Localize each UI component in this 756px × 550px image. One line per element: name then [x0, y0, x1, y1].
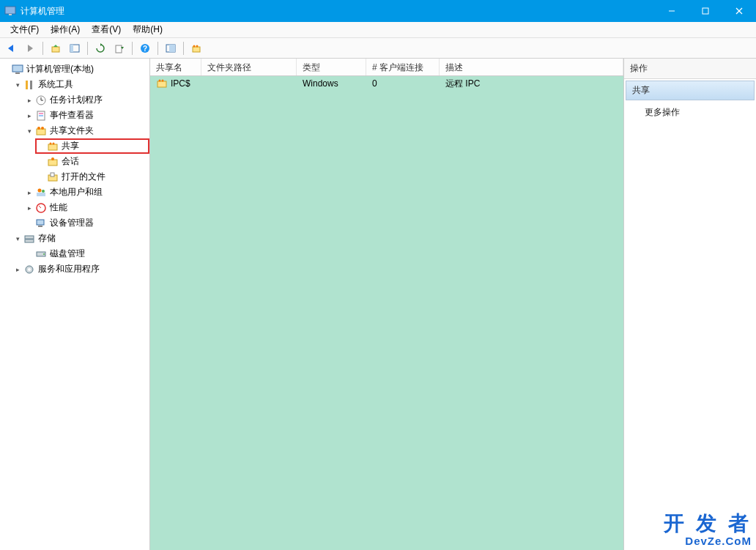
col-description[interactable]: 描述 — [440, 59, 623, 75]
computer-icon — [12, 64, 23, 75]
svg-point-39 — [51, 157, 54, 160]
expand-icon: ▸ — [25, 189, 34, 196]
tree-shares[interactable]: 共享 — [35, 138, 149, 154]
actions-section-header[interactable]: 共享 — [626, 81, 755, 100]
svg-rect-11 — [70, 45, 73, 52]
maximize-button[interactable] — [689, 0, 722, 22]
svg-rect-47 — [37, 220, 44, 225]
svg-rect-55 — [158, 81, 166, 87]
tree-disk-management[interactable]: 磁盘管理 — [23, 246, 149, 261]
tree-label: 共享 — [62, 140, 79, 152]
svg-rect-24 — [26, 81, 28, 89]
tree-storage[interactable]: ▾存储 — [12, 231, 149, 246]
tree-event-viewer[interactable]: ▸事件查看器 — [23, 108, 149, 123]
shared-folder-icon — [35, 125, 47, 137]
col-folder-path[interactable]: 文件夹路径 — [201, 59, 297, 75]
help-button[interactable]: ? — [137, 40, 153, 56]
refresh-button[interactable] — [92, 40, 108, 56]
storage-icon — [23, 233, 35, 245]
svg-rect-50 — [25, 239, 34, 242]
menu-file[interactable]: 文件(F) — [4, 22, 45, 37]
disk-icon — [35, 248, 47, 260]
expand-icon: ▸ — [25, 112, 34, 119]
svg-text:?: ? — [143, 45, 147, 53]
expand-icon: ▾ — [13, 235, 22, 242]
show-hide-tree-button[interactable] — [67, 40, 83, 56]
tree-services-apps[interactable]: ▸服务和应用程序 — [12, 261, 149, 277]
tree-label: 服务和应用程序 — [38, 263, 100, 275]
col-share-name[interactable]: 共享名 — [150, 59, 201, 75]
svg-rect-35 — [48, 144, 57, 150]
svg-point-21 — [196, 45, 199, 47]
svg-rect-25 — [30, 81, 32, 89]
menu-view[interactable]: 查看(V) — [86, 22, 127, 37]
tree-open-files[interactable]: 打开的文件 — [35, 169, 149, 185]
services-icon — [23, 264, 35, 275]
svg-point-57 — [162, 80, 164, 82]
tree-shared-folders[interactable]: ▾共享文件夹 — [23, 123, 149, 138]
svg-point-20 — [193, 45, 196, 47]
tree-label: 性能 — [50, 201, 67, 214]
up-button[interactable] — [48, 40, 64, 56]
toolbar-separator — [42, 42, 43, 55]
sessions-icon — [47, 156, 59, 168]
col-client-conn[interactable]: # 客户端连接 — [366, 59, 440, 75]
toolbar-separator — [183, 42, 184, 55]
svg-rect-32 — [37, 129, 45, 135]
export-button[interactable] — [111, 40, 127, 56]
expand-icon: ▾ — [13, 81, 22, 89]
new-share-button[interactable] — [163, 40, 179, 56]
window-title: 计算机管理 — [21, 5, 655, 18]
toolbar-separator — [87, 42, 88, 55]
svg-rect-19 — [193, 47, 200, 52]
tree-pane: 计算机管理(本地) ▾ 系统工具 ▸任务计划程序 ▸事件查看器 — [0, 59, 150, 550]
list-row[interactable]: IPC$ Windows 0 远程 IPC — [150, 76, 623, 91]
event-icon — [35, 110, 47, 122]
back-button[interactable] — [3, 40, 19, 56]
tree-label: 系统工具 — [38, 78, 73, 91]
svg-point-33 — [37, 127, 40, 130]
list-body[interactable]: IPC$ Windows 0 远程 IPC — [150, 76, 623, 550]
svg-rect-48 — [38, 226, 42, 227]
actions-pane: 操作 共享 更多操作 — [624, 59, 756, 550]
toolbar-separator — [158, 42, 158, 55]
forward-button[interactable] — [22, 40, 38, 56]
tree-root-label: 计算机管理(本地) — [26, 63, 94, 75]
users-icon — [35, 187, 47, 198]
close-button[interactable] — [722, 0, 756, 22]
tree-system-tools[interactable]: ▾ 系统工具 — [12, 77, 149, 92]
actions-more[interactable]: 更多操作 — [624, 102, 756, 123]
menu-action[interactable]: 操作(A) — [45, 22, 86, 37]
tree-label: 存储 — [38, 232, 56, 245]
svg-rect-44 — [37, 193, 45, 196]
svg-marker-12 — [100, 43, 103, 46]
cell-description: 远程 IPC — [440, 78, 623, 90]
tree-performance[interactable]: ▸性能 — [23, 200, 149, 215]
shares-wizard-button[interactable] — [188, 40, 204, 56]
tree-label: 共享文件夹 — [50, 125, 94, 137]
tree-sessions[interactable]: 会话 — [35, 154, 149, 169]
svg-point-56 — [159, 80, 161, 82]
body-area: 计算机管理(本地) ▾ 系统工具 ▸任务计划程序 ▸事件查看器 — [0, 59, 756, 550]
cell-share-name: IPC$ — [171, 78, 190, 89]
tree-device-manager[interactable]: 设备管理器 — [23, 215, 149, 231]
svg-rect-49 — [25, 236, 34, 239]
svg-point-37 — [53, 142, 55, 144]
svg-marker-7 — [28, 45, 33, 52]
menubar: 文件(F) 操作(A) 查看(V) 帮助(H) — [0, 22, 756, 38]
cell-type: Windows — [297, 78, 366, 89]
tree-task-scheduler[interactable]: ▸任务计划程序 — [23, 92, 149, 108]
minimize-button[interactable] — [655, 0, 689, 22]
col-type[interactable]: 类型 — [297, 59, 366, 75]
tree-root[interactable]: 计算机管理(本地) — [0, 62, 149, 77]
tree-label: 打开的文件 — [62, 171, 105, 183]
tools-icon — [23, 79, 35, 91]
shares-icon — [47, 141, 59, 152]
svg-rect-22 — [12, 65, 23, 72]
tree-label: 本地用户和组 — [50, 186, 103, 198]
svg-point-43 — [42, 190, 45, 193]
menu-help[interactable]: 帮助(H) — [127, 22, 168, 37]
expand-icon: ▸ — [13, 266, 22, 273]
tree-local-users[interactable]: ▸本地用户和组 — [23, 185, 149, 200]
svg-point-34 — [41, 127, 44, 130]
